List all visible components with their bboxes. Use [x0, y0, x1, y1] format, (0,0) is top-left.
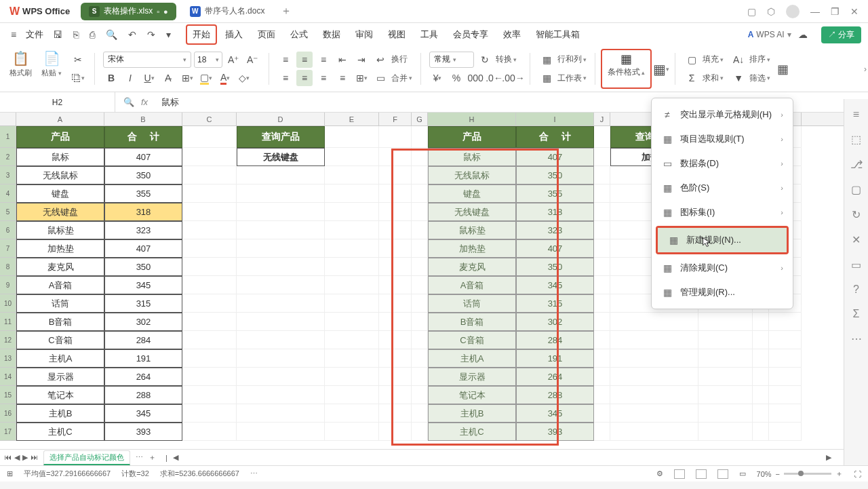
underline-icon[interactable]: U▾ [141, 70, 157, 86]
sheet-next-icon[interactable]: ▶ [22, 453, 28, 462]
sheet-add-icon[interactable]: ＋ [149, 452, 156, 463]
new-tab-button[interactable]: ＋ [281, 4, 292, 18]
book-icon[interactable]: ▭ [851, 258, 861, 271]
fb-search-icon[interactable]: 🔍 [123, 97, 134, 107]
col-header-F[interactable]: F [379, 113, 412, 125]
window-close-icon[interactable]: ✕ [850, 6, 859, 17]
fill-button[interactable]: 填充▾ [703, 54, 724, 65]
tab-formula[interactable]: 公式 [283, 24, 315, 45]
align-right-icon[interactable]: ≡ [315, 70, 332, 86]
cut-icon[interactable]: ✂ [70, 52, 86, 68]
select-icon[interactable]: ⬚ [851, 133, 861, 146]
document-tab-inactive[interactable]: W 带序号人名.docx [182, 3, 273, 20]
tab-insert[interactable]: 插入 [218, 24, 250, 45]
box-icon[interactable]: ▢ [851, 183, 861, 196]
sheet-tab-active[interactable]: 选择产品自动标记颜色 [43, 450, 130, 465]
comma-icon[interactable]: 000 [467, 70, 484, 86]
tab-close-icon[interactable]: ● [163, 7, 168, 16]
table-style-icon[interactable]: ▦▾ [653, 61, 669, 77]
align-middle-icon[interactable]: ≡ [296, 52, 313, 68]
row-header[interactable]: 7 [0, 239, 16, 258]
sort-icon[interactable]: A↓ [730, 52, 747, 68]
col-header-H[interactable]: H [428, 113, 516, 125]
menu-item[interactable]: ▭数据条(D)› [652, 151, 793, 176]
convert-icon[interactable]: ↻ [477, 52, 493, 68]
help-icon[interactable]: ? [853, 283, 859, 296]
select-all-corner[interactable] [0, 113, 16, 125]
col-header-B[interactable]: B [104, 113, 182, 125]
number-format-select[interactable]: 常规▾ [429, 52, 474, 68]
currency-icon[interactable]: ¥▾ [429, 70, 446, 86]
tools-icon[interactable]: ✕ [852, 233, 861, 246]
row-header[interactable]: 6 [0, 221, 16, 239]
cloud-icon[interactable]: ☁ [794, 29, 812, 40]
menu-item[interactable]: ▦管理规则(R)... [652, 280, 793, 305]
hscroll-left-icon[interactable]: ◀ [173, 453, 178, 462]
menu-item[interactable]: ▦图标集(I)› [652, 200, 793, 224]
wrap-label[interactable]: 换行 [391, 54, 408, 65]
decrease-decimal-icon[interactable]: .0← [486, 70, 502, 86]
strike-icon[interactable]: A̶ [160, 70, 176, 86]
avatar[interactable] [786, 5, 800, 18]
orientation-icon[interactable]: ⊞▾ [353, 70, 370, 86]
border-icon[interactable]: ⊞▾ [179, 70, 195, 86]
more-icon[interactable]: ⋯ [851, 332, 862, 345]
font-size-select[interactable]: 18▾ [194, 52, 222, 68]
menu-item[interactable]: ▦色阶(S)› [652, 176, 793, 200]
row-header[interactable]: 12 [0, 331, 16, 349]
tab-home[interactable]: 开始 [186, 24, 217, 45]
fill-color-icon[interactable]: ▢▾ [198, 70, 214, 86]
sheet-first-icon[interactable]: ⏮ [4, 453, 12, 462]
menu-item[interactable]: ≠突出显示单元格规则(H)› [652, 102, 793, 127]
sort-button[interactable]: 排序▾ [749, 54, 770, 65]
freeze-icon[interactable]: ▦ [774, 61, 791, 77]
merge-icon[interactable]: ▭ [372, 70, 389, 86]
name-box[interactable]: H2 [0, 92, 115, 112]
tab-smart-toolbox[interactable]: 智能工具箱 [529, 24, 587, 45]
row-header[interactable]: 8 [0, 258, 16, 276]
row-header[interactable]: 1 [0, 126, 16, 148]
tab-member[interactable]: 会员专享 [446, 24, 495, 45]
wrap-icon[interactable]: ↩ [372, 52, 389, 68]
filter-button[interactable]: 筛选▾ [749, 73, 770, 84]
share-button[interactable]: ↗ 分享 [821, 26, 861, 43]
document-tab-active[interactable]: S 表格操作.xlsx ▫ ● [81, 3, 176, 20]
col-header-G[interactable]: G [412, 113, 428, 125]
col-header-D[interactable]: D [237, 113, 325, 125]
row-header[interactable]: 5 [0, 203, 16, 221]
fill-icon[interactable]: ▢ [684, 52, 700, 68]
bold-icon[interactable]: B [103, 70, 119, 86]
hamburger-icon[interactable]: ≡ [853, 109, 859, 121]
file-menu[interactable]: 文件 [23, 28, 46, 41]
app-icon-2[interactable]: ⬡ [767, 6, 775, 17]
view-page-icon[interactable] [696, 469, 707, 479]
settings-icon[interactable]: ⚙ [656, 469, 663, 478]
decrease-font-icon[interactable]: A⁻ [244, 52, 260, 68]
menu-item[interactable]: ▦清除规则(C)› [652, 256, 793, 280]
view-break-icon[interactable] [717, 469, 728, 479]
view-read-icon[interactable]: ▭ [739, 469, 746, 478]
col-header-C[interactable]: C [182, 113, 237, 125]
status-mode-icon[interactable]: ⊞ [7, 469, 13, 478]
row-header[interactable]: 4 [0, 184, 16, 203]
row-header[interactable]: 10 [0, 294, 16, 313]
row-header[interactable]: 13 [0, 349, 16, 368]
paste-button[interactable]: 📄粘贴 ▾ [37, 49, 66, 89]
zoom-out-icon[interactable]: − [776, 470, 780, 478]
tab-view[interactable]: 视图 [381, 24, 412, 45]
increase-font-icon[interactable]: A⁺ [225, 52, 241, 68]
fullscreen-icon[interactable]: ⛶ [854, 470, 861, 478]
row-header[interactable]: 3 [0, 166, 16, 184]
tab-efficiency[interactable]: 效率 [496, 24, 528, 45]
dropdown-caret-icon[interactable]: ▾ [162, 29, 175, 40]
row-header[interactable]: 14 [0, 368, 16, 386]
indent-left-icon[interactable]: ⇤ [334, 52, 351, 68]
view-normal-icon[interactable] [674, 469, 685, 479]
merge-label[interactable]: 合并▾ [391, 73, 412, 84]
col-header-A[interactable]: A [16, 113, 104, 125]
window-minimize-icon[interactable]: — [810, 6, 820, 17]
row-header[interactable]: 17 [0, 423, 16, 441]
highlight-icon[interactable]: ◇▾ [236, 70, 252, 86]
refresh-icon[interactable]: ↻ [852, 208, 861, 221]
save-icon[interactable]: 🖫 [49, 29, 66, 40]
